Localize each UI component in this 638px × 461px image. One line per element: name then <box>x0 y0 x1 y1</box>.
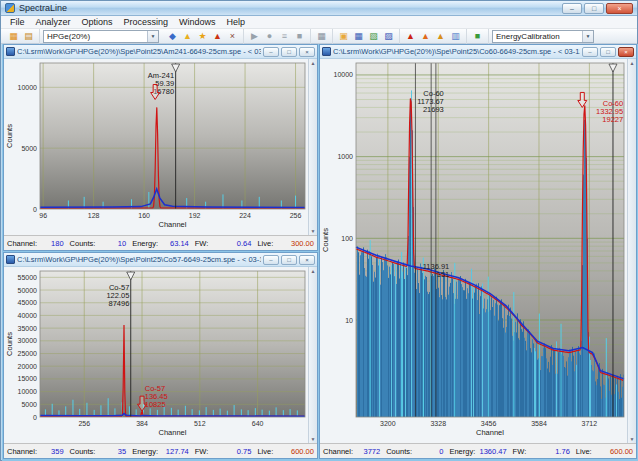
spectrum-plot-co60[interactable]: 3200332834563584371210100100010000Channe… <box>320 59 636 443</box>
toolbar-group-analysis: ◆▲★▲× <box>162 29 244 44</box>
spectra-table-icon[interactable]: ▤ <box>21 30 36 43</box>
child-close-button[interactable]: × <box>299 47 315 57</box>
svg-text:30000: 30000 <box>18 337 38 344</box>
main-titlebar[interactable]: SpectraLine – □ × <box>1 1 637 16</box>
svg-text:256: 256 <box>78 420 90 427</box>
svg-text:1000: 1000 <box>337 153 353 160</box>
svg-text:640: 640 <box>252 420 264 427</box>
mdi-workspace: C:\Lsrm\Work\GP\HPGe(20%)\Spe\Point25\Am… <box>2 44 638 461</box>
svg-text:Channel: Channel <box>159 428 187 437</box>
svg-text:Channel: Channel <box>159 220 187 229</box>
cascade-windows-icon[interactable]: ▦ <box>6 30 21 43</box>
spectrum-window-am241: C:\Lsrm\Work\GP\HPGe(20%)\Spe\Point25\Am… <box>3 44 318 251</box>
toolbar-group-view: ▦ <box>311 29 333 44</box>
peak-area-icon[interactable]: ▲ <box>433 30 448 43</box>
menu-windows[interactable]: Windows <box>174 17 221 27</box>
svg-text:20000: 20000 <box>18 363 38 370</box>
svg-text:3328: 3328 <box>430 420 446 427</box>
detector-icon[interactable]: ◆ <box>165 30 180 43</box>
child-maximize-button[interactable]: □ <box>281 47 297 57</box>
svg-text:15000: 15000 <box>18 375 38 382</box>
child-maximize-button[interactable]: □ <box>281 255 297 265</box>
export-image-icon[interactable]: ▨ <box>381 30 396 43</box>
status-bar: Channel:3772Counts:0Energy:1360.47FW:1.7… <box>320 443 636 458</box>
plot-scrollbar[interactable]: ▲ ▼ <box>627 59 636 443</box>
status-fw: FW:1.76 <box>510 447 573 456</box>
open-folder-icon[interactable]: ▣ <box>336 30 351 43</box>
minimize-button[interactable]: – <box>562 3 582 14</box>
status-fw: FW:0.64 <box>192 239 255 248</box>
plot-area[interactable]: 3200332834563584371210100100010000Channe… <box>320 59 636 443</box>
pause-icon[interactable]: ≡ <box>277 30 292 43</box>
peak-search-icon[interactable]: ▲ <box>180 30 195 43</box>
scroll-down-icon[interactable]: ▼ <box>630 436 635 442</box>
child-maximize-button[interactable]: □ <box>600 47 616 57</box>
child-minimize-button[interactable]: – <box>582 47 598 57</box>
peak-star-icon[interactable]: ★ <box>195 30 210 43</box>
child-close-button[interactable]: × <box>299 255 315 265</box>
peak-flag-icon[interactable]: ▲ <box>210 30 225 43</box>
chevron-down-icon[interactable]: ▼ <box>147 31 158 42</box>
spectrum-plot-am241[interactable]: 961281601922242560500010000ChannelCounts… <box>4 59 317 235</box>
detector-combo[interactable]: HPGe(20%) ▼ <box>43 30 159 43</box>
child-titlebar[interactable]: C:\Lsrm\Work\GP\HPGe(20%)\Spe\Point25\Co… <box>4 253 317 267</box>
svg-text:256: 256 <box>290 212 302 219</box>
menu-help[interactable]: Help <box>222 17 251 27</box>
status-counts: Counts:0 <box>383 447 446 456</box>
svg-text:Channel: Channel <box>476 428 504 437</box>
chevron-down-icon[interactable]: ▼ <box>582 31 593 42</box>
spectrum-file-icon <box>6 255 15 264</box>
scroll-down-icon[interactable]: ▼ <box>311 228 316 234</box>
svg-text:40000: 40000 <box>18 312 38 319</box>
status-channel: Channel:180 <box>4 239 67 248</box>
peak-marker-icon[interactable]: ▲ <box>403 30 418 43</box>
toolbar-group-markers: ▲▲▲▥ <box>400 29 467 44</box>
status-energy: Energy:63.14 <box>129 239 192 248</box>
svg-text:55000: 55000 <box>18 274 38 281</box>
svg-text:Counts: Counts <box>321 228 330 252</box>
spectrum-plot-co57[interactable]: 2563845126400500010000150002000025000300… <box>4 267 317 443</box>
scroll-up-icon[interactable]: ▲ <box>311 60 316 66</box>
toolbar-group-acquisition: ▶●≡■ <box>244 29 311 44</box>
scroll-up-icon[interactable]: ▲ <box>630 60 635 66</box>
child-titlebar[interactable]: C:\Lsrm\Work\GP\HPGe(20%)\Spe\Point25\Am… <box>4 45 317 59</box>
plot-scrollbar[interactable]: ▲ ▼ <box>308 59 317 235</box>
calibration-combo[interactable]: EnergyCalibration ▼ <box>492 30 594 43</box>
plot-area[interactable]: 2563845126400500010000150002000025000300… <box>4 267 317 443</box>
status-live: Live:600.00 <box>254 447 317 456</box>
play-icon[interactable]: ▶ <box>247 30 262 43</box>
peak-fit-icon[interactable]: ▲ <box>418 30 433 43</box>
view-grid-icon[interactable]: ▦ <box>314 30 329 43</box>
menu-analyzer[interactable]: Analyzer <box>31 17 76 27</box>
status-energy: Energy:127.74 <box>129 447 192 456</box>
status-energy: Energy:1360.47 <box>446 447 509 456</box>
svg-text:3456: 3456 <box>481 420 497 427</box>
menu-processing[interactable]: Processing <box>119 17 174 27</box>
report-image-icon[interactable]: ▧ <box>366 30 381 43</box>
nuclide-icon[interactable]: ■ <box>470 30 485 43</box>
svg-text:10000: 10000 <box>18 388 38 395</box>
svg-text:50000: 50000 <box>18 287 38 294</box>
scroll-down-icon[interactable]: ▼ <box>311 436 316 442</box>
spectrum-window-co60: C:\Lsrm\Work\GP\HPGe(20%)\Spe\Point25\Co… <box>319 44 637 459</box>
menu-options[interactable]: Options <box>77 17 118 27</box>
child-window-title: C:\Lsrm\Work\GP\HPGe(20%)\Spe\Point25\Co… <box>17 255 261 264</box>
status-counts: Counts:10 <box>67 239 130 248</box>
monitor-icon[interactable]: ▥ <box>448 30 463 43</box>
plot-scrollbar[interactable]: ▲ ▼ <box>308 267 317 443</box>
child-minimize-button[interactable]: – <box>263 255 279 265</box>
peak-clear-icon[interactable]: × <box>225 30 240 43</box>
status-counts: Counts:35 <box>67 447 130 456</box>
save-icon[interactable]: ▦ <box>351 30 366 43</box>
stop-icon[interactable]: ■ <box>292 30 307 43</box>
scroll-up-icon[interactable]: ▲ <box>311 268 316 274</box>
maximize-button[interactable]: □ <box>584 3 604 14</box>
plot-area[interactable]: 961281601922242560500010000ChannelCounts… <box>4 59 317 235</box>
svg-text:19227: 19227 <box>602 115 623 124</box>
menu-file[interactable]: File <box>5 17 30 27</box>
close-button[interactable]: × <box>606 3 633 14</box>
record-icon[interactable]: ● <box>262 30 277 43</box>
child-titlebar[interactable]: C:\Lsrm\Work\GP\HPGe(20%)\Spe\Point25\Co… <box>320 45 636 59</box>
child-minimize-button[interactable]: – <box>263 47 279 57</box>
child-close-button[interactable]: × <box>618 47 634 57</box>
